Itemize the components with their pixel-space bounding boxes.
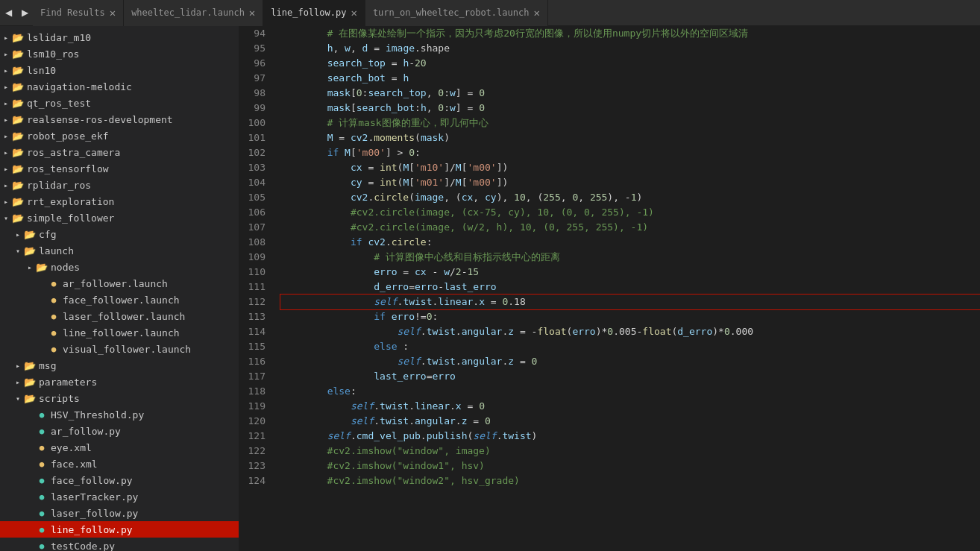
code-line-100: # 计算mask图像的重心，即几何中心 bbox=[280, 116, 980, 130]
line-number-105: 105 bbox=[245, 190, 266, 205]
sidebar-item-scripts[interactable]: ▾📂scripts bbox=[0, 390, 239, 406]
folder-arrow: ▸ bbox=[0, 64, 12, 76]
line-number-104: 104 bbox=[245, 175, 266, 190]
sidebar-item-ar-follow-py[interactable]: ●ar_follow.py bbox=[0, 423, 239, 439]
code-line-123: #cv2.imshow("window1", hsv) bbox=[280, 459, 980, 473]
tab-prev-button[interactable]: ◀ bbox=[0, 0, 16, 26]
sidebar-item-ros-astra-camera[interactable]: ▸📂ros_astra_camera bbox=[0, 144, 239, 160]
sidebar-item-face-follow-py[interactable]: ●face_follow.py bbox=[0, 472, 239, 488]
sidebar-item-nodes[interactable]: ▸📂nodes bbox=[0, 259, 239, 275]
sidebar-item-navigation-melodic[interactable]: ▸📂navigation-melodic bbox=[0, 78, 239, 95]
sidebar-item-laser-follow-py[interactable]: ●laser_follow.py bbox=[0, 505, 239, 521]
tab-turn-on[interactable]: turn_on_wheeltec_robot.launch ✕ bbox=[365, 0, 548, 26]
sidebar-item-face-follower-launch[interactable]: ●face_follower.launch bbox=[0, 292, 239, 308]
sidebar-item-ar-follower-launch[interactable]: ●ar_follower.launch bbox=[0, 275, 239, 292]
sidebar-item-simple-follower[interactable]: ▾📂simple_follower bbox=[0, 210, 239, 226]
file-spacer bbox=[24, 425, 36, 437]
sidebar-item-label: face_follow.py bbox=[51, 475, 133, 486]
sidebar-item-testCode-py[interactable]: ●testCode.py bbox=[0, 538, 239, 551]
sidebar-item-parameters[interactable]: ▸📂parameters bbox=[0, 374, 239, 390]
sidebar-item-visual-follower-launch[interactable]: ●visual_follower.launch bbox=[0, 341, 239, 357]
sidebar-item-laserTracker-py[interactable]: ●laserTracker.py bbox=[0, 488, 239, 505]
tab-turn-on-label: turn_on_wheeltec_robot.launch bbox=[373, 7, 530, 18]
sidebar-item-line-follower-launch[interactable]: ●line_follower.launch bbox=[0, 324, 239, 341]
file-spacer bbox=[24, 458, 36, 470]
tab-find-results-close[interactable]: ✕ bbox=[110, 7, 116, 18]
line-number-96: 96 bbox=[245, 56, 266, 71]
file-spacer bbox=[24, 540, 36, 551]
folder-icon: 📂 bbox=[12, 179, 24, 191]
sidebar-item-label: ar_follow.py bbox=[51, 426, 121, 437]
sidebar-item-laser-follower-launch[interactable]: ●laser_follower.launch bbox=[0, 308, 239, 324]
launch-icon: ● bbox=[48, 310, 60, 322]
sidebar-item-rplidar-ros[interactable]: ▸📂rplidar_ros bbox=[0, 177, 239, 193]
code-line-104: cy = int(M['m01']/M['m00']) bbox=[280, 175, 980, 190]
file-spacer bbox=[24, 441, 36, 453]
sidebar[interactable]: ▸📂lslidar_m10▸📂lsm10_ros▸📂lsn10▸📂navigat… bbox=[0, 26, 239, 551]
sidebar-item-label: face.xml bbox=[51, 459, 98, 470]
code-content[interactable]: 9495969798991001011021031041051061071081… bbox=[239, 26, 980, 551]
file-spacer bbox=[24, 409, 36, 421]
tab-find-results-label: Find Results bbox=[40, 7, 105, 18]
sidebar-item-lsn10[interactable]: ▸📂lsn10 bbox=[0, 62, 239, 78]
sidebar-item-ros-tensorflow[interactable]: ▸📂ros_tensorflow bbox=[0, 160, 239, 177]
line-number-123: 123 bbox=[245, 459, 266, 473]
sidebar-item-label: visual_follower.launch bbox=[63, 344, 191, 355]
code-line-116: self.twist.angular.z = 0 bbox=[280, 354, 980, 369]
py-icon: ● bbox=[36, 409, 48, 421]
folder-icon: 📂 bbox=[12, 31, 24, 43]
sidebar-item-realsense-ros-development[interactable]: ▸📂realsense-ros-development bbox=[0, 111, 239, 127]
code-line-113: if erro!=0: bbox=[280, 309, 980, 324]
line-number-103: 103 bbox=[245, 160, 266, 175]
line-number-101: 101 bbox=[245, 130, 266, 145]
line-number-98: 98 bbox=[245, 86, 266, 101]
xml-icon: ● bbox=[36, 441, 48, 453]
folder-icon: 📂 bbox=[12, 48, 24, 60]
sidebar-item-line-follow-py[interactable]: ●line_follow.py bbox=[0, 521, 239, 538]
tab-line-follow-close[interactable]: ✕ bbox=[351, 7, 356, 18]
launch-icon: ● bbox=[48, 294, 60, 306]
sidebar-item-face-xml[interactable]: ●face.xml bbox=[0, 456, 239, 472]
py-icon: ● bbox=[36, 507, 48, 519]
sidebar-item-lslidar-m10[interactable]: ▸📂lslidar_m10 bbox=[0, 29, 239, 45]
folder-icon: 📂 bbox=[24, 392, 36, 404]
tab-wheeltec-lidar-close[interactable]: ✕ bbox=[249, 7, 255, 18]
sidebar-item-HSV-Threshold-py[interactable]: ●HSV_Threshold.py bbox=[0, 406, 239, 423]
folder-arrow: ▸ bbox=[0, 113, 12, 125]
file-spacer bbox=[24, 491, 36, 503]
tab-find-results[interactable]: Find Results ✕ bbox=[33, 0, 124, 26]
sidebar-item-launch[interactable]: ▾📂launch bbox=[0, 242, 239, 259]
code-line-102: if M['m00'] > 0: bbox=[280, 145, 980, 160]
line-number-117: 117 bbox=[245, 369, 266, 384]
sidebar-item-rrt-exploration[interactable]: ▸📂rrt_exploration bbox=[0, 193, 239, 210]
folder-icon: 📂 bbox=[12, 81, 24, 92]
tab-next-button[interactable]: ▶ bbox=[16, 0, 33, 26]
sidebar-item-label: cfg bbox=[39, 229, 56, 240]
sidebar-item-qt-ros-test[interactable]: ▸📂qt_ros_test bbox=[0, 95, 239, 111]
sidebar-item-label: line_follower.launch bbox=[63, 327, 180, 339]
sidebar-item-lsm10-ros[interactable]: ▸📂lsm10_ros bbox=[0, 45, 239, 62]
folder-icon: 📂 bbox=[12, 163, 24, 174]
folder-arrow: ▸ bbox=[0, 48, 12, 60]
line-number-111: 111 bbox=[245, 280, 266, 295]
sidebar-item-label: laser_follower.launch bbox=[63, 311, 185, 322]
line-number-121: 121 bbox=[245, 429, 266, 444]
file-spacer bbox=[24, 523, 36, 535]
folder-arrow: ▸ bbox=[0, 195, 12, 207]
sidebar-item-eye-xml[interactable]: ●eye.xml bbox=[0, 439, 239, 456]
sidebar-item-cfg[interactable]: ▸📂cfg bbox=[0, 226, 239, 242]
folder-arrow: ▸ bbox=[0, 146, 12, 158]
tab-wheeltec-lidar-label: wheeltec_lidar.launch bbox=[131, 7, 245, 18]
code-line-95: h, w, d = image.shape bbox=[280, 41, 980, 56]
sidebar-item-label: lsm10_ros bbox=[27, 48, 79, 60]
line-number-115: 115 bbox=[245, 339, 266, 354]
tab-turn-on-close[interactable]: ✕ bbox=[533, 7, 539, 18]
sidebar-item-msg[interactable]: ▸📂msg bbox=[0, 357, 239, 374]
tab-line-follow[interactable]: line_follow.py ✕ bbox=[263, 0, 365, 26]
code-line-119: self.twist.linear.x = 0 bbox=[280, 399, 980, 414]
sidebar-item-robot-pose-ekf[interactable]: ▸📂robot_pose_ekf bbox=[0, 127, 239, 144]
line-number-97: 97 bbox=[245, 71, 266, 86]
py-icon: ● bbox=[36, 540, 48, 551]
code-line-110: erro = cx - w/2-15 bbox=[280, 265, 980, 280]
tab-wheeltec-lidar[interactable]: wheeltec_lidar.launch ✕ bbox=[124, 0, 263, 26]
